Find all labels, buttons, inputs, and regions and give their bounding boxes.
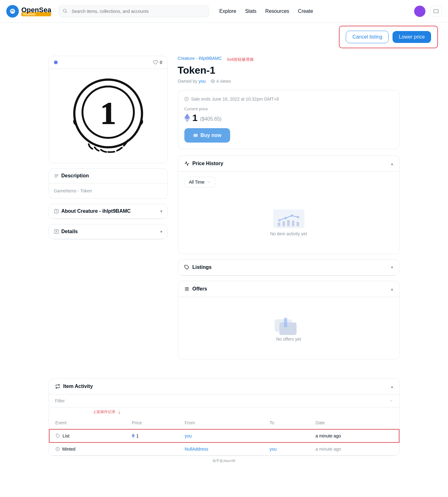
table-row: List 1 you a minute ago [49,429,399,442]
lower-price-button[interactable]: Lower price [393,31,431,43]
logo-area[interactable]: OpenSea Testnets [6,5,51,18]
no-offers-icon [273,315,304,337]
col-event: Event [49,416,126,429]
coin-image: 1 [67,75,149,157]
to-cell: you [263,442,309,456]
owned-by-label: Owned by you [178,79,206,84]
item-activity-header[interactable]: Item Activity ▴ [49,379,399,395]
about-icon [54,209,59,214]
from-link[interactable]: NullAddress [185,447,208,452]
item-activity-chevron-icon: ▴ [391,384,393,389]
time-chevron-icon [207,180,211,184]
nav-stats[interactable]: Stats [245,8,256,14]
cancel-listing-button[interactable]: Cancel listing [346,31,389,43]
favorite-count: 0 [160,60,162,65]
svg-rect-37 [284,318,287,327]
offers-body: No offers yet [178,297,399,359]
listings-title: Listings [192,264,388,270]
views-count: 4 views [211,79,231,84]
description-icon [54,173,59,178]
event-name: List [63,433,70,438]
svg-rect-36 [279,322,297,335]
token-title: Token-1 [178,65,400,76]
price-eth: 1 [192,112,198,123]
arrow-annotation-icon: ↓ [118,409,121,415]
mint-icon [55,447,60,451]
sale-ends: Sale ends June 16, 2022 at 10:32pm GMT+8 [184,97,393,102]
svg-text:1: 1 [100,96,116,131]
no-activity-chart-icon [270,206,308,231]
search-bar[interactable] [59,5,209,17]
time-filter-dropdown[interactable]: All Time [184,177,216,187]
buy-now-button[interactable]: Buy now [184,128,230,143]
event-cell: Minted [49,442,126,456]
table-header-row: Event Price From To Date [49,416,399,429]
left-panel: 0 1 [49,56,168,364]
owner-link[interactable]: you [198,79,206,84]
svg-point-18 [212,81,213,82]
breadcrumb-row: Creature - ihlpt9BAMC Sell按钮被替换 [178,56,400,63]
annotation-row: 上架操作记录 ↓ [49,407,399,416]
about-header[interactable]: About Creature - ihlpt9BAMC ▾ [49,204,167,219]
col-date: Date [309,416,399,429]
nav-links: Explore Stats Resources Create [219,8,313,14]
nft-image-header: 0 [49,56,167,69]
price-cell [125,442,178,456]
nft-image-area: 1 [49,69,167,163]
nav-right [414,6,442,17]
price-history-chevron-icon: ▴ [391,161,393,166]
filter-chevron-icon [389,399,393,403]
to-link[interactable]: you [270,447,277,452]
collection-breadcrumb[interactable]: Creature - ihlpt9BAMC [178,56,222,61]
svg-rect-28 [287,220,290,226]
nav-resources[interactable]: Resources [265,8,289,14]
eth-small-icon [132,433,135,438]
svg-point-1 [63,9,66,12]
filter-label: Filter [55,398,389,403]
table-row: Minted NullAddress you a minute ago [49,442,399,456]
no-offers-area: No offers yet [184,302,393,354]
nav-create[interactable]: Create [298,8,313,14]
owned-row: Owned by you 4 views [178,79,400,84]
wallet-icon[interactable] [430,6,442,17]
svg-rect-3 [434,9,439,13]
sale-box: Sale ends June 16, 2022 at 10:32pm GMT+8… [178,90,400,149]
filter-row[interactable]: Filter [49,395,399,407]
description-header[interactable]: Description [49,169,167,183]
details-header[interactable]: Details ▾ [49,224,167,239]
right-panel: Creature - ihlpt9BAMC Sell按钮被替换 Token-1 … [178,56,400,364]
nav-explore[interactable]: Explore [219,8,236,14]
tag-icon [184,265,189,270]
about-chevron-icon: ▾ [160,209,162,214]
date-cell: a minute ago [309,442,399,456]
favorite-button[interactable]: 0 [153,60,162,65]
no-activity-text: No item activity yet [270,231,307,236]
chart-icon [184,161,189,166]
to-cell [263,429,309,442]
details-icon [54,229,59,234]
details-chevron-icon: ▾ [160,229,162,234]
from-link[interactable]: you [185,433,192,438]
listings-section: Listings ▾ [178,259,400,276]
navbar: OpenSea Testnets Explore Stats Resources… [0,0,448,23]
details-title: Details [61,229,158,234]
listings-header[interactable]: Listings ▾ [178,259,399,275]
date-cell: a minute ago [309,429,399,442]
current-price-label: Current price [184,107,393,111]
from-cell: you [178,429,263,442]
buy-icon [193,133,198,138]
eth-icon [54,60,58,64]
price-history-header[interactable]: Price History ▴ [178,156,399,172]
avatar[interactable] [414,6,425,17]
action-bar: Cancel listing Lower price [339,26,438,48]
eth-price-icon [184,113,190,122]
search-icon [62,8,67,14]
search-input[interactable] [59,5,209,17]
offers-title: Offers [192,286,388,292]
price-cell: 1 [125,429,178,442]
offers-header[interactable]: Offers ▴ [178,281,399,297]
watermark: 知乎@JasonW [49,456,400,466]
event-name: Minted [62,447,76,452]
price-row: 1 ($405.65) [184,112,393,123]
svg-rect-26 [278,222,280,226]
